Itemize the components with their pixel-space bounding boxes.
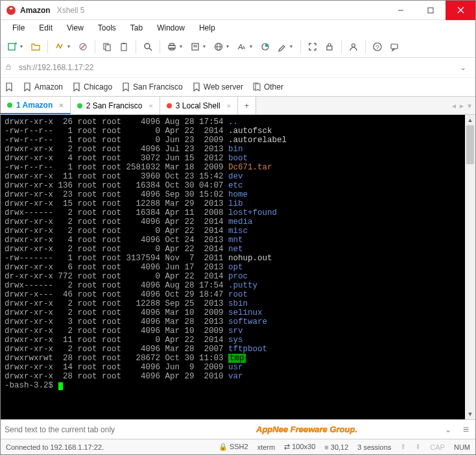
bookmark-web-server[interactable]: Web server (192, 82, 243, 92)
status-cap: CAP (430, 443, 445, 451)
dropdown-icon[interactable]: ▾ (290, 43, 295, 49)
bookmark-other[interactable]: Other (252, 82, 283, 92)
menu-view[interactable]: View (60, 21, 90, 34)
svg-rect-2 (428, 8, 433, 13)
status-cursor: ≡ 30,12 (324, 443, 348, 451)
svg-point-0 (6, 6, 16, 15)
globe-icon[interactable] (211, 39, 226, 55)
menubar: File Edit View Tools Tab Window Help (1, 20, 475, 36)
dropdown-icon[interactable]: ▾ (180, 43, 185, 49)
font-icon[interactable]: AA (234, 39, 250, 55)
svg-rect-10 (121, 43, 126, 51)
tab-add-button[interactable]: + (238, 97, 256, 114)
svg-text:A: A (242, 45, 246, 51)
app-logo-icon (6, 5, 16, 16)
tab-menu-icon[interactable]: ▾ (468, 101, 471, 110)
disconnect-icon[interactable] (75, 39, 91, 55)
svg-rect-26 (327, 46, 332, 50)
svg-rect-15 (170, 43, 174, 45)
send-dropdown-icon[interactable]: ⌄ (440, 425, 457, 434)
maximize-button[interactable] (416, 1, 446, 20)
fullscreen-icon[interactable] (305, 39, 320, 55)
menu-window[interactable]: Window (150, 21, 191, 34)
menu-edit[interactable]: Edit (32, 21, 59, 34)
new-session-icon[interactable] (5, 39, 20, 55)
svg-rect-30 (391, 44, 398, 49)
svg-line-7 (81, 45, 85, 49)
svg-rect-5 (8, 43, 15, 50)
status-protocol: 🔒 SSH2 (219, 443, 248, 451)
copy-icon[interactable] (99, 39, 115, 55)
terminal-output[interactable]: drwxr-xr-x 26 root root 4096 Aug 28 17:5… (1, 115, 465, 419)
tab-close-icon[interactable]: × (227, 102, 231, 110)
window-title: Amazon (20, 6, 51, 15)
menu-file[interactable]: File (6, 21, 31, 34)
address-input[interactable] (16, 60, 451, 75)
print-icon[interactable] (164, 39, 180, 55)
status-term: xterm (257, 443, 276, 451)
tab-amazon[interactable]: 1 Amazon× (1, 97, 71, 114)
status-bar: Connected to 192.168.1.17:22. 🔒 SSH2 xte… (1, 439, 475, 454)
window-subtitle: Xshell 5 (57, 6, 85, 15)
tab-local-shell[interactable]: 3 Local Shell× (160, 97, 238, 114)
highlight-icon[interactable] (274, 39, 290, 55)
tab-san-francisco[interactable]: 2 San Francisco× (71, 97, 160, 114)
session-tabs: 1 Amazon× 2 San Francisco× 3 Local Shell… (1, 97, 475, 115)
svg-rect-31 (6, 66, 10, 69)
status-size: ⇄ 100x30 (284, 443, 315, 451)
send-input[interactable] (5, 425, 252, 434)
scroll-up-icon[interactable]: ▲ (465, 115, 475, 125)
help-icon[interactable]: ? (370, 39, 385, 55)
user-icon[interactable] (346, 39, 361, 55)
dropdown-icon[interactable]: ▾ (250, 43, 255, 49)
bookmarks-bar: Amazon Chicago San Francisco Web server … (1, 77, 475, 97)
lock-icon[interactable] (322, 39, 337, 55)
svg-line-13 (149, 48, 152, 51)
search-icon[interactable] (140, 39, 156, 55)
paste-icon[interactable] (116, 39, 132, 55)
lock-small-icon (5, 63, 12, 73)
feedback-icon[interactable] (387, 39, 402, 55)
svg-point-27 (352, 43, 355, 47)
tab-close-icon[interactable]: × (59, 101, 63, 109)
terminal-scrollbar[interactable]: ▲ ▼ (465, 115, 475, 419)
address-bar: ⌄ (1, 58, 475, 77)
titlebar: Amazon Xshell 5 (1, 1, 475, 20)
address-dropdown-icon[interactable]: ⌄ (455, 63, 471, 72)
tab-prev-icon[interactable]: ◂ (452, 101, 456, 110)
bookmark-amazon[interactable]: Amazon (23, 82, 63, 92)
svg-rect-9 (106, 45, 110, 51)
send-menu-icon[interactable]: ≡ (460, 424, 471, 436)
status-up-icon: ⬆ (400, 443, 406, 451)
open-session-icon[interactable] (28, 39, 43, 55)
watermark-text: AppNee Freeware Group. (256, 424, 357, 434)
bookmark-chicago[interactable]: Chicago (72, 82, 112, 92)
reconnect-icon[interactable] (52, 39, 67, 55)
status-num: NUM (454, 443, 470, 451)
menu-tab[interactable]: Tab (124, 21, 149, 34)
toolbar: ▾ ▾ ▾ ▾ ▾ AA ▾ ▾ ? (1, 36, 475, 58)
scroll-down-icon[interactable]: ▼ (465, 409, 475, 419)
menu-help[interactable]: Help (193, 21, 222, 34)
dropdown-icon[interactable]: ▾ (67, 43, 73, 49)
status-down-icon: ⬇ (415, 443, 421, 451)
close-button[interactable] (446, 1, 475, 20)
svg-text:?: ? (376, 44, 379, 51)
dropdown-icon[interactable]: ▾ (226, 43, 232, 49)
status-connection: Connected to 192.168.1.17:22. (6, 443, 104, 451)
svg-rect-11 (123, 43, 125, 44)
send-bar: AppNee Freeware Group. ⌄ ≡ (1, 419, 475, 439)
minimize-button[interactable] (386, 1, 416, 20)
properties-icon[interactable] (187, 39, 203, 55)
status-sessions: 3 sessions (357, 443, 391, 451)
dropdown-icon[interactable]: ▾ (20, 43, 25, 49)
svg-point-12 (145, 43, 150, 49)
dropdown-icon[interactable]: ▾ (203, 43, 208, 49)
bookmark-san-francisco[interactable]: San Francisco (121, 82, 183, 92)
tab-close-icon[interactable]: × (149, 102, 152, 110)
menu-tools[interactable]: Tools (91, 21, 123, 34)
color-scheme-icon[interactable] (257, 39, 273, 55)
bookmark-add-icon[interactable] (5, 82, 14, 92)
tab-next-icon[interactable]: ▸ (460, 101, 464, 110)
